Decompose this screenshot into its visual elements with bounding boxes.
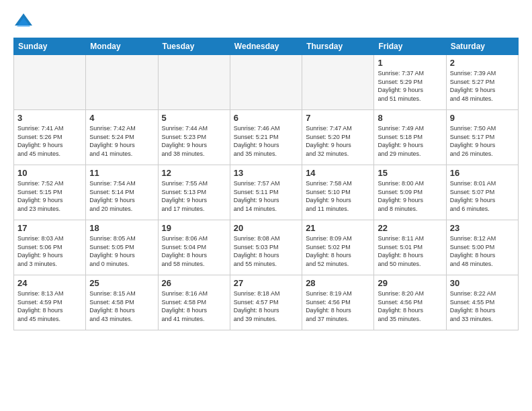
day-number: 23 xyxy=(450,223,515,233)
day-number: 1 xyxy=(378,58,442,68)
week-row-4: 17Sunrise: 8:03 AM Sunset: 5:06 PM Dayli… xyxy=(14,220,519,275)
week-row-3: 10Sunrise: 7:52 AM Sunset: 5:15 PM Dayli… xyxy=(14,165,519,220)
calendar-cell: 26Sunrise: 8:16 AM Sunset: 4:58 PM Dayli… xyxy=(158,275,230,330)
calendar-cell: 4Sunrise: 7:42 AM Sunset: 5:24 PM Daylig… xyxy=(86,110,158,165)
day-info: Sunrise: 8:20 AM Sunset: 4:56 PM Dayligh… xyxy=(378,289,442,323)
day-info: Sunrise: 8:08 AM Sunset: 5:03 PM Dayligh… xyxy=(234,234,298,268)
calendar-body: 1Sunrise: 7:37 AM Sunset: 5:29 PM Daylig… xyxy=(14,55,519,330)
calendar-cell: 25Sunrise: 8:15 AM Sunset: 4:58 PM Dayli… xyxy=(86,275,158,330)
day-info: Sunrise: 7:41 AM Sunset: 5:26 PM Dayligh… xyxy=(17,124,82,158)
calendar-cell: 27Sunrise: 8:18 AM Sunset: 4:57 PM Dayli… xyxy=(230,275,302,330)
day-info: Sunrise: 7:42 AM Sunset: 5:24 PM Dayligh… xyxy=(89,124,154,158)
calendar-cell xyxy=(230,55,302,110)
calendar-cell: 13Sunrise: 7:57 AM Sunset: 5:11 PM Dayli… xyxy=(230,165,302,220)
calendar-table: SundayMondayTuesdayWednesdayThursdayFrid… xyxy=(13,38,519,330)
calendar-cell: 19Sunrise: 8:06 AM Sunset: 5:04 PM Dayli… xyxy=(158,220,230,275)
day-info: Sunrise: 7:44 AM Sunset: 5:23 PM Dayligh… xyxy=(162,124,226,158)
day-info: Sunrise: 7:55 AM Sunset: 5:13 PM Dayligh… xyxy=(162,179,226,213)
day-number: 8 xyxy=(378,113,442,123)
day-number: 16 xyxy=(450,168,515,178)
calendar-cell: 12Sunrise: 7:55 AM Sunset: 5:13 PM Dayli… xyxy=(158,165,230,220)
day-info: Sunrise: 8:18 AM Sunset: 4:57 PM Dayligh… xyxy=(234,289,298,323)
day-info: Sunrise: 8:15 AM Sunset: 4:58 PM Dayligh… xyxy=(89,289,154,323)
calendar-cell: 7Sunrise: 7:47 AM Sunset: 5:20 PM Daylig… xyxy=(302,110,374,165)
logo-icon xyxy=(13,12,34,32)
calendar-cell xyxy=(158,55,230,110)
day-number: 24 xyxy=(17,278,82,288)
day-number: 27 xyxy=(234,278,298,288)
calendar-cell: 5Sunrise: 7:44 AM Sunset: 5:23 PM Daylig… xyxy=(158,110,230,165)
weekday-header-monday: Monday xyxy=(86,38,158,55)
weekday-header-friday: Friday xyxy=(374,38,446,55)
week-row-5: 24Sunrise: 8:13 AM Sunset: 4:59 PM Dayli… xyxy=(14,275,519,330)
calendar-cell: 23Sunrise: 8:12 AM Sunset: 5:00 PM Dayli… xyxy=(446,220,518,275)
weekday-header-sunday: Sunday xyxy=(14,38,86,55)
calendar-cell: 9Sunrise: 7:50 AM Sunset: 5:17 PM Daylig… xyxy=(446,110,518,165)
calendar-page: SundayMondayTuesdayWednesdayThursdayFrid… xyxy=(0,0,532,411)
weekday-header-thursday: Thursday xyxy=(302,38,374,55)
calendar-cell: 24Sunrise: 8:13 AM Sunset: 4:59 PM Dayli… xyxy=(14,275,86,330)
day-number: 21 xyxy=(306,223,370,233)
calendar-cell: 1Sunrise: 7:37 AM Sunset: 5:29 PM Daylig… xyxy=(374,55,446,110)
day-number: 19 xyxy=(162,223,226,233)
day-info: Sunrise: 8:03 AM Sunset: 5:06 PM Dayligh… xyxy=(17,234,82,268)
day-number: 3 xyxy=(17,113,82,123)
day-number: 20 xyxy=(234,223,298,233)
day-number: 13 xyxy=(234,168,298,178)
day-number: 22 xyxy=(378,223,442,233)
calendar-cell: 14Sunrise: 7:58 AM Sunset: 5:10 PM Dayli… xyxy=(302,165,374,220)
calendar-cell: 17Sunrise: 8:03 AM Sunset: 5:06 PM Dayli… xyxy=(14,220,86,275)
day-info: Sunrise: 7:39 AM Sunset: 5:27 PM Dayligh… xyxy=(450,69,515,103)
calendar-cell: 6Sunrise: 7:46 AM Sunset: 5:21 PM Daylig… xyxy=(230,110,302,165)
calendar-cell: 29Sunrise: 8:20 AM Sunset: 4:56 PM Dayli… xyxy=(374,275,446,330)
day-info: Sunrise: 7:58 AM Sunset: 5:10 PM Dayligh… xyxy=(306,179,370,213)
day-number: 2 xyxy=(450,58,515,68)
day-number: 14 xyxy=(306,168,370,178)
day-number: 12 xyxy=(162,168,226,178)
weekday-header-tuesday: Tuesday xyxy=(158,38,230,55)
day-info: Sunrise: 7:57 AM Sunset: 5:11 PM Dayligh… xyxy=(234,179,298,213)
day-number: 9 xyxy=(450,113,515,123)
header xyxy=(13,12,519,32)
logo xyxy=(13,12,36,32)
day-number: 5 xyxy=(162,113,226,123)
day-number: 10 xyxy=(17,168,82,178)
calendar-cell: 11Sunrise: 7:54 AM Sunset: 5:14 PM Dayli… xyxy=(86,165,158,220)
day-info: Sunrise: 7:52 AM Sunset: 5:15 PM Dayligh… xyxy=(17,179,82,213)
calendar-cell xyxy=(86,55,158,110)
calendar-cell: 3Sunrise: 7:41 AM Sunset: 5:26 PM Daylig… xyxy=(14,110,86,165)
day-info: Sunrise: 8:11 AM Sunset: 5:01 PM Dayligh… xyxy=(378,234,442,268)
day-info: Sunrise: 7:37 AM Sunset: 5:29 PM Dayligh… xyxy=(378,69,442,103)
day-number: 30 xyxy=(450,278,515,288)
day-info: Sunrise: 8:01 AM Sunset: 5:07 PM Dayligh… xyxy=(450,179,515,213)
day-info: Sunrise: 7:50 AM Sunset: 5:17 PM Dayligh… xyxy=(450,124,515,158)
calendar-cell: 21Sunrise: 8:09 AM Sunset: 5:02 PM Dayli… xyxy=(302,220,374,275)
day-info: Sunrise: 7:54 AM Sunset: 5:14 PM Dayligh… xyxy=(89,179,154,213)
calendar-cell: 22Sunrise: 8:11 AM Sunset: 5:01 PM Dayli… xyxy=(374,220,446,275)
day-number: 28 xyxy=(306,278,370,288)
calendar-cell xyxy=(302,55,374,110)
day-number: 6 xyxy=(234,113,298,123)
day-number: 15 xyxy=(378,168,442,178)
day-info: Sunrise: 8:05 AM Sunset: 5:05 PM Dayligh… xyxy=(89,234,154,268)
day-number: 11 xyxy=(89,168,154,178)
day-number: 18 xyxy=(89,223,154,233)
day-number: 29 xyxy=(378,278,442,288)
day-info: Sunrise: 8:06 AM Sunset: 5:04 PM Dayligh… xyxy=(162,234,226,268)
day-info: Sunrise: 7:49 AM Sunset: 5:18 PM Dayligh… xyxy=(378,124,442,158)
day-number: 26 xyxy=(162,278,226,288)
weekday-header-saturday: Saturday xyxy=(446,38,518,55)
day-info: Sunrise: 8:00 AM Sunset: 5:09 PM Dayligh… xyxy=(378,179,442,213)
day-info: Sunrise: 7:46 AM Sunset: 5:21 PM Dayligh… xyxy=(234,124,298,158)
day-info: Sunrise: 8:16 AM Sunset: 4:58 PM Dayligh… xyxy=(162,289,226,323)
day-info: Sunrise: 8:09 AM Sunset: 5:02 PM Dayligh… xyxy=(306,234,370,268)
day-number: 25 xyxy=(89,278,154,288)
week-row-2: 3Sunrise: 7:41 AM Sunset: 5:26 PM Daylig… xyxy=(14,110,519,165)
week-row-1: 1Sunrise: 7:37 AM Sunset: 5:29 PM Daylig… xyxy=(14,55,519,110)
calendar-cell: 15Sunrise: 8:00 AM Sunset: 5:09 PM Dayli… xyxy=(374,165,446,220)
day-info: Sunrise: 7:47 AM Sunset: 5:20 PM Dayligh… xyxy=(306,124,370,158)
calendar-cell: 20Sunrise: 8:08 AM Sunset: 5:03 PM Dayli… xyxy=(230,220,302,275)
weekday-header-wednesday: Wednesday xyxy=(230,38,302,55)
calendar-cell: 16Sunrise: 8:01 AM Sunset: 5:07 PM Dayli… xyxy=(446,165,518,220)
calendar-cell xyxy=(14,55,86,110)
